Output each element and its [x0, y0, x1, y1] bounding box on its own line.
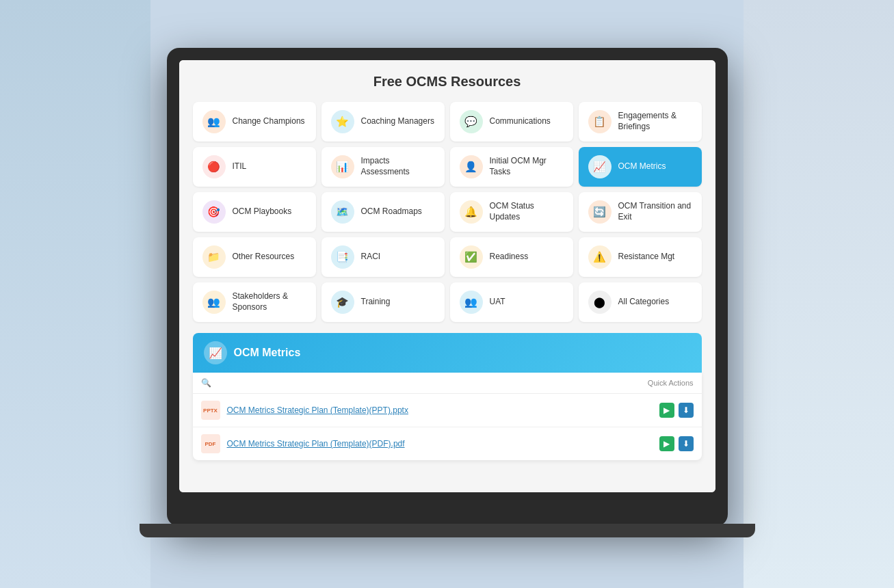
- grid-item-ocm-playbooks[interactable]: 🎯 OCM Playbooks: [193, 192, 316, 232]
- grid-item-readiness[interactable]: ✅ Readiness: [450, 237, 573, 277]
- icon-initial-ocm-mgr-tasks: 👤: [460, 155, 483, 178]
- label-itil: ITIL: [233, 161, 247, 172]
- icon-uat: 👥: [460, 291, 483, 314]
- label-stakeholders-sponsors: Stakeholders & Sponsors: [233, 291, 306, 312]
- icon-impacts-assessments: 📊: [331, 155, 354, 178]
- icon-readiness: ✅: [460, 245, 483, 269]
- grid-item-communications[interactable]: 💬 Communications: [450, 102, 573, 142]
- icon-stakeholders-sponsors: 👥: [202, 291, 226, 314]
- icon-itil: 🔴: [202, 155, 226, 178]
- label-resistance-mgt: Resistance Mgt: [618, 252, 675, 263]
- laptop-base: [140, 524, 755, 537]
- category-grid: 👥 Change Champions ⭐ Coaching Managers 💬…: [193, 102, 702, 322]
- section-title: OCM Metrics: [234, 347, 301, 359]
- label-training: Training: [361, 297, 391, 308]
- file-actions: ▶ ⬇: [659, 403, 694, 418]
- grid-item-training[interactable]: 🎓 Training: [321, 282, 445, 322]
- label-uat: UAT: [490, 297, 505, 308]
- grid-item-all-categories[interactable]: ⬤ All Categories: [579, 282, 702, 322]
- grid-item-itil[interactable]: 🔴 ITIL: [193, 147, 316, 187]
- file-name[interactable]: OCM Metrics Strategic Plan (Template)(PP…: [227, 405, 653, 415]
- section-header: 📈 OCM Metrics: [193, 333, 702, 373]
- grid-item-ocm-status-updates[interactable]: 🔔 OCM Status Updates: [450, 192, 573, 232]
- label-engagements-briefings: Engagements & Briefings: [618, 111, 692, 132]
- label-raci: RACI: [361, 252, 381, 263]
- search-input[interactable]: [201, 378, 338, 388]
- laptop-frame: Free OCMS Resources 👥 Change Champions ⭐…: [167, 48, 728, 526]
- download-button[interactable]: ⬇: [679, 436, 694, 451]
- file-type-icon: PDF: [201, 434, 220, 453]
- grid-item-raci[interactable]: 📑 RACI: [321, 237, 445, 277]
- icon-communications: 💬: [460, 110, 483, 133]
- label-coaching-managers: Coaching Managers: [361, 116, 434, 127]
- file-list: PPTX OCM Metrics Strategic Plan (Templat…: [193, 394, 702, 460]
- grid-item-ocm-roadmaps[interactable]: 🗺️ OCM Roadmaps: [321, 192, 445, 232]
- grid-item-initial-ocm-mgr-tasks[interactable]: 👤 Initial OCM Mgr Tasks: [450, 147, 573, 187]
- icon-resistance-mgt: ⚠️: [588, 245, 612, 269]
- label-all-categories: All Categories: [618, 297, 670, 308]
- laptop-screen: Free OCMS Resources 👥 Change Champions ⭐…: [179, 60, 715, 492]
- quick-actions-label: Quick Actions: [648, 379, 694, 387]
- file-name[interactable]: OCM Metrics Strategic Plan (Template)(PD…: [227, 439, 653, 449]
- section-panel: 📈 OCM Metrics Quick Actions PPTX OCM Met…: [193, 333, 702, 460]
- label-communications: Communications: [490, 116, 551, 127]
- app-container: Free OCMS Resources 👥 Change Champions ⭐…: [179, 60, 715, 492]
- icon-ocm-status-updates: 🔔: [460, 200, 483, 224]
- label-initial-ocm-mgr-tasks: Initial OCM Mgr Tasks: [490, 156, 564, 177]
- grid-item-impacts-assessments[interactable]: 📊 Impacts Assessments: [321, 147, 445, 187]
- section-body: Quick Actions PPTX OCM Metrics Strategic…: [193, 373, 702, 460]
- download-button[interactable]: ⬇: [679, 403, 694, 418]
- section-icon: 📈: [204, 341, 227, 364]
- file-row-file-2: PDF OCM Metrics Strategic Plan (Template…: [193, 427, 702, 460]
- label-change-champions: Change Champions: [233, 116, 305, 127]
- grid-item-coaching-managers[interactable]: ⭐ Coaching Managers: [321, 102, 445, 142]
- page-title: Free OCMS Resources: [193, 74, 702, 90]
- preview-button[interactable]: ▶: [659, 436, 674, 451]
- icon-change-champions: 👥: [202, 110, 226, 133]
- icon-raci: 📑: [331, 245, 354, 269]
- file-row-file-1: PPTX OCM Metrics Strategic Plan (Templat…: [193, 394, 702, 427]
- file-actions: ▶ ⬇: [659, 436, 694, 451]
- label-impacts-assessments: Impacts Assessments: [361, 156, 435, 177]
- icon-other-resources: 📁: [202, 245, 226, 269]
- grid-item-ocm-transition-exit[interactable]: 🔄 OCM Transition and Exit: [579, 192, 702, 232]
- label-ocm-status-updates: OCM Status Updates: [490, 201, 564, 222]
- file-type-icon: PPTX: [201, 401, 220, 420]
- grid-item-stakeholders-sponsors[interactable]: 👥 Stakeholders & Sponsors: [193, 282, 316, 322]
- label-ocm-metrics: OCM Metrics: [618, 161, 666, 172]
- label-ocm-transition-exit: OCM Transition and Exit: [618, 201, 692, 222]
- label-readiness: Readiness: [490, 252, 529, 263]
- icon-engagements-briefings: 📋: [588, 110, 612, 133]
- icon-training: 🎓: [331, 291, 354, 314]
- preview-button[interactable]: ▶: [659, 403, 674, 418]
- grid-item-uat[interactable]: 👥 UAT: [450, 282, 573, 322]
- grid-item-other-resources[interactable]: 📁 Other Resources: [193, 237, 316, 277]
- search-bar: Quick Actions: [193, 373, 702, 394]
- icon-coaching-managers: ⭐: [331, 110, 354, 133]
- icon-ocm-transition-exit: 🔄: [588, 200, 612, 224]
- grid-item-engagements-briefings[interactable]: 📋 Engagements & Briefings: [579, 102, 702, 142]
- grid-item-change-champions[interactable]: 👥 Change Champions: [193, 102, 316, 142]
- grid-item-ocm-metrics[interactable]: 📈 OCM Metrics: [579, 147, 702, 187]
- icon-ocm-metrics: 📈: [588, 155, 612, 178]
- label-ocm-playbooks: OCM Playbooks: [233, 206, 292, 217]
- label-ocm-roadmaps: OCM Roadmaps: [361, 206, 422, 217]
- label-other-resources: Other Resources: [233, 252, 295, 263]
- icon-all-categories: ⬤: [588, 291, 612, 314]
- icon-ocm-playbooks: 🎯: [202, 200, 226, 224]
- grid-item-resistance-mgt[interactable]: ⚠️ Resistance Mgt: [579, 237, 702, 277]
- icon-ocm-roadmaps: 🗺️: [331, 200, 354, 224]
